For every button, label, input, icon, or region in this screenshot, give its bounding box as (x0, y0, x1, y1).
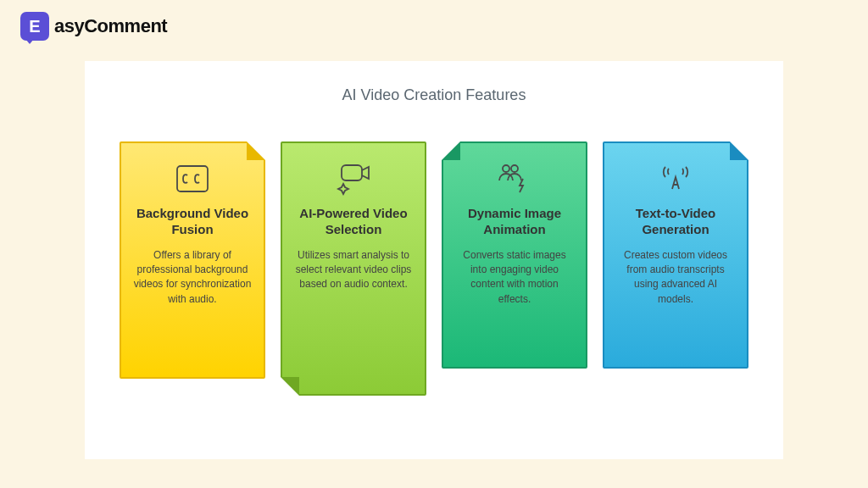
feature-card-ai-selection: AI-Powered Video Selection Utilizes smar… (281, 141, 426, 396)
page-fold (247, 141, 265, 160)
cc-icon (133, 160, 252, 197)
logo-text: asyComment (54, 15, 167, 37)
card-heading: Text-to-Video Generation (616, 206, 735, 238)
people-bolt-icon (455, 160, 574, 197)
feature-card-text-to-video: Text-to-Video Generation Creates custom … (603, 141, 748, 369)
card-heading: Dynamic Image Animation (455, 206, 574, 238)
svg-point-3 (511, 165, 518, 172)
page-fold (730, 141, 748, 160)
card-body: Utilizes smart analysis to select releva… (294, 248, 413, 292)
svg-point-2 (503, 165, 509, 172)
logo-icon: E (20, 12, 49, 41)
svg-rect-0 (177, 166, 208, 191)
page-fold (442, 141, 460, 160)
brand-logo: E asyComment (0, 0, 868, 53)
content-panel: AI Video Creation Features Background Vi… (85, 61, 783, 459)
card-body: Creates custom videos from audio transcr… (616, 248, 735, 308)
panel-title: AI Video Creation Features (119, 86, 749, 104)
card-heading: AI-Powered Video Selection (294, 206, 413, 238)
card-body: Offers a library of professional backgro… (133, 248, 252, 308)
broadcast-a-icon (616, 160, 735, 197)
card-body: Converts static images into engaging vid… (455, 248, 574, 308)
card-heading: Background Video Fusion (133, 206, 252, 238)
feature-card-background-video: Background Video Fusion Offers a library… (120, 141, 265, 379)
svg-rect-1 (342, 165, 362, 180)
feature-cards: Background Video Fusion Offers a library… (119, 141, 749, 396)
page-fold (281, 377, 299, 396)
video-sparkle-icon (294, 160, 413, 197)
feature-card-image-animation: Dynamic Image Animation Converts static … (442, 141, 587, 369)
